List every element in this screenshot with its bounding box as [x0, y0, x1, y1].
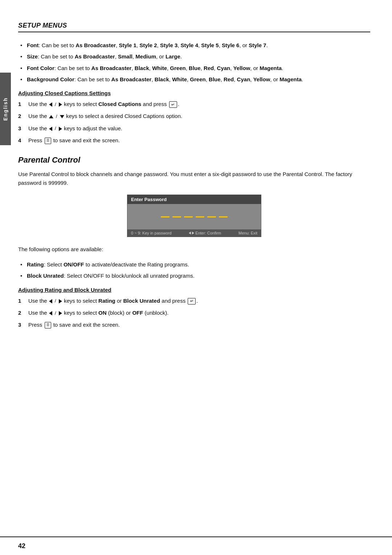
password-dash-2: [172, 216, 181, 217]
up-arrow-icon: [49, 115, 53, 118]
password-dash-3: [184, 216, 193, 217]
footer-key-in: 0 ~ 9: Key in password: [131, 231, 172, 235]
font-bullet-list: Font: Can be set to As Broadcaster, Styl…: [18, 41, 370, 83]
bullet-size: Size: Can be set to As Broadcaster, Smal…: [18, 52, 370, 61]
step-cc-4: 4 Press ☰ to save and exit the screen.: [18, 136, 370, 144]
left-arrow-icon: [49, 102, 52, 107]
password-box-title: Enter Password: [127, 195, 261, 204]
password-dash-5: [207, 216, 216, 217]
step-r-num-1: 1: [18, 297, 26, 305]
following-options-text: The following options are available:: [18, 245, 370, 254]
footer-left-arrow-icon: [189, 232, 191, 234]
step-r-num-3: 3: [18, 321, 26, 329]
enter-key-icon: ↵: [169, 101, 177, 108]
password-box: Enter Password 0 ~ 9: Key in password: [127, 195, 261, 237]
step-r-body-2: Use the / keys to select ON (block) or O…: [28, 309, 370, 317]
step-cc-3: 3 Use the / keys to adjust the value.: [18, 124, 370, 132]
block-unrated-label: Block Unrated: [27, 273, 64, 279]
rating-steps-list: 1 Use the / keys to select Rating or Blo…: [18, 297, 370, 329]
step-body-3: Use the / keys to adjust the value.: [28, 124, 370, 132]
left-arrow-icon-2: [49, 127, 52, 131]
bullet-font: Font: Can be set to As Broadcaster, Styl…: [18, 41, 370, 49]
enter-key-icon-2: ↵: [188, 298, 196, 305]
step-r-num-2: 2: [18, 309, 26, 317]
password-dash-1: [161, 216, 170, 217]
right-arrow-icon-4: [59, 311, 62, 315]
side-tab-text: English: [3, 97, 8, 121]
bullet-font-color: Font Color: Can be set to As Broadcaster…: [18, 64, 370, 72]
step-num-3: 3: [18, 124, 26, 132]
bullet-background-color: Background Color: Can be set to As Broad…: [18, 75, 370, 83]
parental-control-heading: Parental Control: [18, 155, 370, 165]
font-color-label: Font Color: [27, 65, 54, 71]
down-arrow-icon: [60, 115, 64, 118]
step-body-1: Use the / keys to select Closed Captions…: [28, 100, 370, 108]
side-tab: English: [0, 73, 11, 145]
header-underline: [18, 32, 370, 32]
menu-key-icon-2: ☰: [45, 322, 51, 328]
rating-label: Rating: [27, 261, 44, 268]
step-num-2: 2: [18, 112, 26, 120]
bottom-bar: 42: [0, 536, 392, 555]
left-arrow-icon-4: [49, 311, 52, 315]
step-num-4: 4: [18, 136, 26, 144]
footer-confirm-text: Enter: Confirm: [195, 231, 221, 235]
closed-captions-heading: Adjusting Closed Captions Settings: [18, 90, 370, 96]
menu-key-icon: ☰: [45, 138, 51, 144]
parental-description: Use Parental Control to block channels a…: [18, 170, 370, 187]
slash-2: /: [56, 114, 57, 119]
slash-5: /: [55, 310, 56, 316]
closed-captions-steps: 1 Use the / keys to select Closed Captio…: [18, 100, 370, 144]
rating-block-heading: Adjusting Rating and Block Unrated: [18, 287, 370, 293]
bullet-rating: Rating: Select ON/OFF to activate/deacti…: [18, 260, 370, 269]
password-box-footer: 0 ~ 9: Key in password Enter: Confirm Me…: [127, 229, 261, 237]
step-cc-2: 2 Use the / keys to select a desired Clo…: [18, 112, 370, 120]
step-r-1: 1 Use the / keys to select Rating or Blo…: [18, 297, 370, 305]
size-label: Size: [27, 53, 38, 60]
slash-1: /: [55, 102, 56, 107]
main-content: SETUP MENUS Font: Can be set to As Broad…: [18, 0, 370, 357]
footer-confirm-section: Enter: Confirm: [189, 231, 221, 235]
font-label: Font: [27, 42, 38, 48]
section-header: SETUP MENUS: [18, 22, 370, 29]
step-r-2: 2 Use the / keys to select ON (block) or…: [18, 309, 370, 317]
step-num-1: 1: [18, 100, 26, 108]
left-arrow-icon-3: [49, 299, 52, 303]
bullet-block-unrated: Block Unrated: Select ON/OFF to block/un…: [18, 272, 370, 280]
step-cc-1: 1 Use the / keys to select Closed Captio…: [18, 100, 370, 108]
right-arrow-icon-2: [59, 127, 62, 131]
step-r-body-1: Use the / keys to select Rating or Block…: [28, 297, 370, 305]
right-arrow-icon: [59, 102, 62, 107]
slash-3: /: [55, 126, 56, 131]
footer-exit-text: Menu: Exit: [238, 231, 257, 235]
step-body-4: Press ☰ to save and exit the screen.: [28, 136, 370, 144]
step-body-2: Use the / keys to select a desired Close…: [28, 112, 370, 120]
right-arrow-icon-3: [59, 299, 62, 303]
step-r-body-3: Press ☰ to save and exit the screen.: [28, 321, 370, 329]
parental-options-list: Rating: Select ON/OFF to activate/deacti…: [18, 260, 370, 280]
page-wrapper: English SETUP MENUS Font: Can be set to …: [0, 0, 392, 555]
slash-4: /: [55, 298, 56, 303]
password-dash-6: [219, 216, 228, 217]
password-dashes: [161, 216, 228, 217]
step-r-3: 3 Press ☰ to save and exit the screen.: [18, 321, 370, 329]
password-box-wrapper: Enter Password 0 ~ 9: Key in password: [18, 195, 370, 237]
password-box-body: [127, 204, 261, 229]
page-number: 42: [18, 542, 25, 550]
password-dash-4: [196, 216, 204, 217]
footer-right-arrow-icon: [192, 232, 194, 234]
bg-color-label: Background Color: [27, 76, 74, 82]
